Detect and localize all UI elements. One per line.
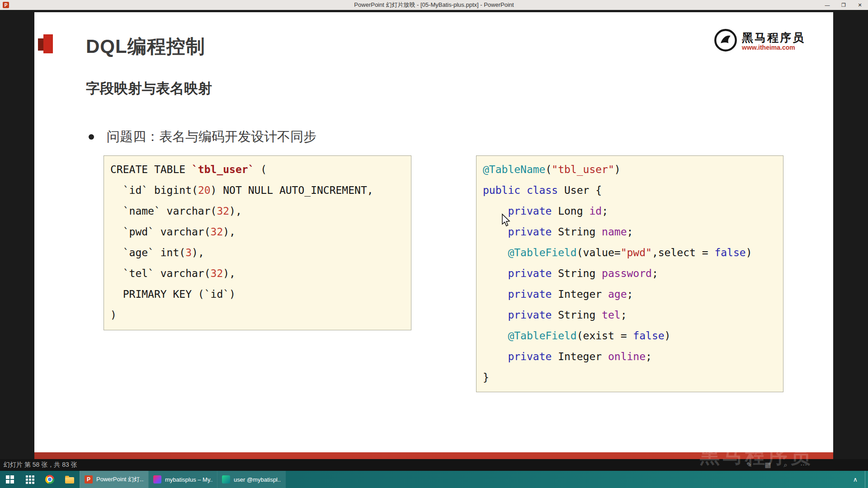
powerpoint-task-icon: P [85, 475, 93, 483]
horse-logo-icon [714, 28, 737, 54]
taskbar: P PowerPoint 幻灯... mybatisplus – My... u… [0, 471, 868, 488]
title-accent-red [43, 34, 53, 53]
powerpoint-app-icon: P [3, 2, 9, 8]
see-all-slides-icon[interactable]: ▦ [764, 461, 771, 469]
sql-code-block: CREATE TABLE `tbl_user` ( `id` bigint(20… [104, 155, 411, 330]
window-controls: — ❐ ✕ [819, 0, 868, 10]
code-line: @TableField(value="pwd",select = false) [483, 242, 777, 263]
slideshow-controls: ✎ ▦ ⌕ ⋯ [746, 461, 807, 469]
chrome-button[interactable] [40, 471, 60, 488]
logo-site-text: www.itheima.com [742, 44, 805, 51]
bullet-text: 问题四：表名与编码开发设计不同步 [107, 128, 316, 146]
window-title: PowerPoint 幻灯片放映 - [05-MyBatis-plus.pptx… [0, 1, 868, 9]
taskbar-task-powerpoint[interactable]: P PowerPoint 幻灯... [80, 471, 148, 488]
intellij-task-icon [153, 475, 161, 483]
title-accent-dark [38, 38, 43, 51]
code-line: private String tel; [483, 305, 777, 325]
restore-button[interactable]: ❐ [835, 0, 852, 10]
code-line: private String password; [483, 263, 777, 284]
code-line: } [483, 367, 777, 388]
show-desktop-button[interactable] [865, 471, 868, 488]
slide-title: DQL编程控制 [86, 34, 205, 59]
slide-footer-bar [34, 452, 833, 459]
code-line: private Integer online; [483, 346, 777, 367]
code-line: `name` varchar(32), [110, 201, 405, 221]
code-line: `age` int(3), [110, 242, 405, 263]
status-bar: 幻灯片 第 58 张，共 83 张 ✎ ▦ ⌕ ⋯ [0, 459, 868, 471]
code-line: private String name; [483, 221, 777, 242]
slide-counter: 幻灯片 第 58 张，共 83 张 [4, 461, 77, 469]
java-code-block: @TableName("tbl_user")public class User … [476, 155, 783, 392]
itheima-logo: 黑马程序员 www.itheima.com [714, 28, 805, 54]
start-button[interactable] [0, 471, 20, 488]
code-line: @TableField(exist = false) [483, 325, 777, 346]
app-grid-icon [26, 475, 34, 484]
windows-logo-icon [6, 475, 14, 483]
code-line: public class User { [483, 180, 777, 201]
section-heading: 字段映射与表名映射 [86, 79, 212, 98]
logo-brand-text: 黑马程序员 [742, 31, 805, 44]
pen-icon[interactable]: ✎ [746, 461, 752, 469]
task-label: PowerPoint 幻灯... [96, 475, 144, 483]
chrome-icon [45, 475, 54, 484]
bullet-dot [89, 134, 94, 140]
system-tray: ∧ [853, 471, 868, 488]
code-line: `id` bigint(20) NOT NULL AUTO_INCREMENT, [110, 180, 405, 201]
folder-icon [65, 477, 74, 483]
task-label: mybatisplus – My... [165, 476, 212, 483]
zoom-icon[interactable]: ⌕ [784, 461, 788, 469]
code-line: CREATE TABLE `tbl_user` ( [110, 159, 405, 180]
code-line: @TableName("tbl_user") [483, 159, 777, 180]
title-bar: P PowerPoint 幻灯片放映 - [05-MyBatis-plus.pp… [0, 0, 868, 10]
code-line: `pwd` varchar(32), [110, 221, 405, 242]
app-grid-button[interactable] [20, 471, 40, 488]
bullet-row: 问题四：表名与编码开发设计不同步 [89, 128, 316, 146]
tray-chevron-icon[interactable]: ∧ [853, 476, 858, 483]
slideshow-stage: DQL编程控制 黑马程序员 www.itheima.com 字段映射与表名映射 … [0, 10, 868, 459]
code-line: ) [110, 305, 405, 325]
code-line: PRIMARY KEY (`id`) [110, 284, 405, 305]
close-button[interactable]: ✕ [852, 0, 868, 10]
slide[interactable]: DQL编程控制 黑马程序员 www.itheima.com 字段映射与表名映射 … [34, 12, 833, 459]
taskbar-task-user-db[interactable]: user @mybatispl... [217, 471, 286, 488]
more-options-icon[interactable]: ⋯ [800, 461, 807, 469]
file-explorer-button[interactable] [60, 471, 80, 488]
code-line: private Integer age; [483, 284, 777, 305]
taskbar-task-mybatisplus[interactable]: mybatisplus – My... [148, 471, 217, 488]
code-line: private Long id; [483, 201, 777, 221]
code-line: `tel` varchar(32), [110, 263, 405, 284]
minimize-button[interactable]: — [819, 0, 835, 10]
task-label: user @mybatispl... [234, 476, 281, 483]
database-task-icon [222, 475, 230, 483]
